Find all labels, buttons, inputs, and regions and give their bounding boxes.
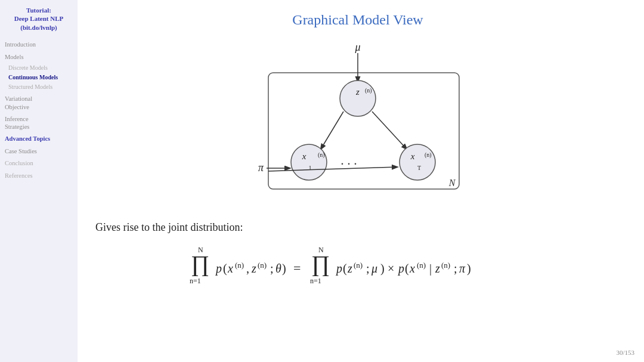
svg-text:p: p — [215, 262, 222, 276]
sidebar-item-case-studies[interactable]: Case Studies — [4, 147, 74, 157]
sidebar-item-conclusion[interactable]: Conclusion — [4, 159, 74, 169]
sidebar-item-variational-objective[interactable]: VariationalObjective — [4, 94, 74, 112]
page-number: 30/153 — [616, 349, 634, 356]
svg-text:(: ( — [223, 262, 227, 276]
svg-text:): ) — [380, 262, 385, 276]
svg-text:): ) — [282, 262, 286, 276]
svg-text:x: x — [227, 262, 233, 275]
svg-text:N: N — [198, 246, 203, 254]
svg-point-13 — [400, 144, 435, 180]
diagram-container: μ z (n) x 1 (n) · · · x T (n) π — [95, 40, 620, 207]
sidebar-item-continuous-models[interactable]: Continuous Models — [4, 73, 74, 82]
sidebar-title: Tutorial: Deep Latent NLP (bit.do/lvnlp) — [4, 6, 74, 32]
svg-text:(n): (n) — [417, 261, 426, 270]
svg-text:π: π — [459, 262, 466, 275]
svg-text:;: ; — [366, 262, 370, 275]
formula-container: ∏ n=1 N p ( x (n) , z (n) ; θ ) = ∏ n=1 … — [95, 243, 620, 290]
svg-text:(n): (n) — [425, 151, 432, 159]
svg-text:N: N — [318, 246, 324, 254]
svg-line-19 — [268, 167, 397, 171]
svg-text:x: x — [302, 151, 306, 161]
svg-text:z: z — [355, 87, 360, 97]
svg-text:(n): (n) — [354, 261, 363, 270]
svg-text:(: ( — [405, 262, 409, 276]
main-content: Graphical Model View μ z (n) x 1 (n) · ·… — [78, 0, 644, 362]
svg-text:(n): (n) — [441, 261, 450, 270]
svg-text:z: z — [251, 262, 256, 275]
svg-text:μ: μ — [354, 41, 360, 53]
svg-text:N: N — [448, 178, 456, 188]
sidebar-item-discrete-models[interactable]: Discrete Models — [4, 63, 74, 73]
svg-text:p: p — [397, 262, 404, 276]
svg-text:(n): (n) — [235, 261, 244, 270]
graphical-model-diagram: μ z (n) x 1 (n) · · · x T (n) π — [233, 40, 483, 207]
svg-point-8 — [291, 144, 327, 180]
svg-text:): ) — [467, 262, 471, 276]
svg-text:n=1: n=1 — [190, 277, 201, 285]
sidebar-item-structured-models[interactable]: Structured Models — [4, 82, 74, 92]
svg-line-7 — [372, 112, 407, 149]
sidebar-item-introduction[interactable]: Introduction — [4, 40, 74, 50]
svg-text:∏: ∏ — [311, 251, 330, 277]
svg-text:;: ; — [454, 262, 457, 275]
distribution-text: Gives rise to the joint distribution: — [95, 221, 620, 234]
svg-text:μ: μ — [371, 262, 377, 276]
sidebar-item-models[interactable]: Models — [4, 52, 74, 63]
svg-text:,: , — [246, 262, 249, 275]
sidebar-item-references[interactable]: References — [4, 171, 74, 181]
svg-text:z: z — [347, 262, 352, 275]
svg-text:x: x — [410, 151, 415, 161]
svg-point-3 — [340, 81, 376, 116]
svg-text:×: × — [388, 262, 394, 275]
sidebar-item-advanced-topics[interactable]: Advanced Topics — [4, 134, 74, 144]
svg-text:π: π — [258, 162, 264, 174]
svg-text:∏: ∏ — [191, 251, 209, 277]
svg-text:n=1: n=1 — [310, 277, 321, 285]
formula-svg: ∏ n=1 N p ( x (n) , z (n) ; θ ) = ∏ n=1 … — [185, 243, 531, 290]
svg-text:(n): (n) — [365, 87, 372, 94]
svg-text:|: | — [429, 262, 432, 276]
svg-text:(: ( — [343, 262, 347, 276]
slide-title: Graphical Model View — [95, 12, 620, 28]
svg-text:z: z — [435, 262, 440, 275]
svg-text:T: T — [417, 165, 421, 171]
svg-text:x: x — [409, 262, 415, 275]
svg-line-6 — [321, 112, 343, 149]
svg-text:p: p — [335, 262, 342, 276]
svg-text:θ: θ — [275, 262, 281, 275]
svg-text:(n): (n) — [258, 261, 267, 270]
svg-text:=: = — [293, 261, 301, 276]
sidebar: Tutorial: Deep Latent NLP (bit.do/lvnlp)… — [0, 0, 78, 362]
svg-text:(n): (n) — [318, 151, 325, 159]
sidebar-item-inference-strategies[interactable]: InferenceStrategies — [4, 115, 74, 132]
svg-text:;: ; — [270, 262, 274, 275]
